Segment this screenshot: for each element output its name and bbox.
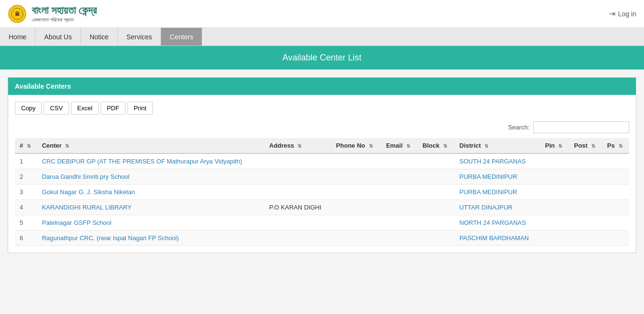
col-header-phone[interactable]: Phone No ⇅: [331, 138, 381, 153]
cell-district: NORTH 24 PARGANAS: [455, 215, 540, 231]
cell-center[interactable]: Patelnagar GSFP School: [37, 215, 264, 231]
sort-icon-post: ⇅: [591, 143, 595, 149]
main-content: Available Centers Copy CSV Excel PDF Pri…: [8, 77, 636, 253]
nav-item-home[interactable]: Home: [0, 28, 35, 46]
col-header-center[interactable]: Center ⇅: [37, 138, 264, 153]
header-title: বাংলা সহায়তা কেন্দ্র একজানালা পরিষেবা প…: [32, 4, 97, 23]
cell-address: [264, 215, 332, 231]
cell-district: PASCHIM BARDHAMAN: [455, 231, 540, 246]
cell-post: [569, 169, 602, 185]
cell-phone: [331, 215, 381, 231]
cell-address: [264, 153, 332, 169]
col-header-ps[interactable]: Ps ⇅: [602, 138, 629, 153]
sort-icon-address: ⇅: [298, 143, 301, 149]
export-buttons: Copy CSV Excel PDF Print: [15, 102, 629, 115]
table-row: 4 KARANDIGHI RURAL LIBRARY P.O KARAN DIG…: [15, 200, 629, 215]
export-csv-button[interactable]: CSV: [44, 102, 69, 115]
cell-block: [418, 215, 455, 231]
cell-pin: [540, 185, 569, 200]
export-excel-button[interactable]: Excel: [71, 102, 99, 115]
cell-num: 3: [15, 185, 37, 200]
nav-item-about[interactable]: About Us: [35, 28, 81, 46]
cell-num: 2: [15, 169, 37, 185]
sort-icon-center: ⇅: [65, 143, 69, 149]
col-header-email[interactable]: Email ⇅: [381, 138, 418, 153]
cell-address: [264, 231, 332, 246]
cell-phone: [331, 231, 381, 246]
cell-phone: [331, 185, 381, 200]
cell-ps: [602, 200, 629, 215]
login-label: Log in: [618, 10, 636, 18]
cell-center[interactable]: Ragunathpur CRC, (near Ispat Nagari FP S…: [37, 231, 264, 246]
search-input[interactable]: [533, 121, 629, 133]
table-row: 1 CRC DEBIPUR GP (AT THE PREMISES OF Mat…: [15, 153, 629, 169]
cell-post: [569, 215, 602, 231]
emblem-icon: 🏛: [8, 4, 27, 23]
table-header: # ⇅ Center ⇅ Address ⇅ Phone No ⇅: [15, 138, 629, 153]
main-nav: Home About Us Notice Services Centers: [0, 28, 644, 46]
card-body: Copy CSV Excel PDF Print Search: # ⇅ Cen…: [8, 95, 636, 253]
nav-item-notice[interactable]: Notice: [81, 28, 118, 46]
sort-icon-block: ⇅: [443, 143, 447, 149]
cell-block: [418, 169, 455, 185]
cell-pin: [540, 231, 569, 246]
cell-center[interactable]: CRC DEBIPUR GP (AT THE PREMISES OF Mathu…: [37, 153, 264, 169]
cell-post: [569, 231, 602, 246]
cell-pin: [540, 200, 569, 215]
cell-block: [418, 200, 455, 215]
cell-block: [418, 231, 455, 246]
cell-email: [381, 215, 418, 231]
nav-item-centers[interactable]: Centers: [161, 28, 202, 46]
col-header-post[interactable]: Post ⇅: [569, 138, 602, 153]
search-bar: Search:: [15, 121, 629, 133]
centers-table: # ⇅ Center ⇅ Address ⇅ Phone No ⇅: [15, 138, 629, 246]
col-header-address[interactable]: Address ⇅: [264, 138, 332, 153]
cell-center[interactable]: Darua Gandhi Smriti.pry School: [37, 169, 264, 185]
sort-icon-phone: ⇅: [369, 143, 373, 149]
cell-district: SOUTH 24 PARGANAS: [455, 153, 540, 169]
cell-num: 1: [15, 153, 37, 169]
cell-address: [264, 185, 332, 200]
cell-post: [569, 153, 602, 169]
cell-district: PURBA MEDINIPUR: [455, 185, 540, 200]
cell-post: [569, 200, 602, 215]
svg-text:🏛: 🏛: [15, 11, 20, 17]
card-header: Available Centers: [8, 78, 636, 95]
cell-num: 4: [15, 200, 37, 215]
sort-icon-district: ⇅: [484, 143, 488, 149]
cell-center[interactable]: Gokul Nagar G. J. Siksha Niketan: [37, 185, 264, 200]
cell-ps: [602, 231, 629, 246]
card-header-label: Available Centers: [15, 82, 71, 90]
cell-ps: [602, 169, 629, 185]
sort-icon-num: ⇅: [27, 143, 31, 149]
cell-email: [381, 153, 418, 169]
header: 🏛 বাংলা সহায়তা কেন্দ্র একজানালা পরিষেবা…: [0, 0, 644, 28]
col-header-block[interactable]: Block ⇅: [418, 138, 455, 153]
col-header-district[interactable]: District ⇅: [455, 138, 540, 153]
cell-address: P.O KARAN DIGHI: [264, 200, 332, 215]
col-header-num[interactable]: # ⇅: [15, 138, 37, 153]
cell-post: [569, 185, 602, 200]
site-title: বাংলা সহায়তা কেন্দ্র: [32, 4, 97, 17]
cell-phone: [331, 200, 381, 215]
cell-email: [381, 169, 418, 185]
cell-email: [381, 200, 418, 215]
sort-icon-email: ⇅: [406, 143, 410, 149]
table-row: 3 Gokul Nagar G. J. Siksha Niketan PURBA…: [15, 185, 629, 200]
site-subtitle: একজানালা পরিষেবা প্রদান: [32, 17, 97, 23]
cell-phone: [331, 153, 381, 169]
cell-phone: [331, 169, 381, 185]
cell-num: 6: [15, 231, 37, 246]
export-copy-button[interactable]: Copy: [15, 102, 42, 115]
cell-center[interactable]: KARANDIGHI RURAL LIBRARY: [37, 200, 264, 215]
cell-email: [381, 185, 418, 200]
page-title-bar: Available Center List: [0, 46, 644, 70]
nav-item-services[interactable]: Services: [118, 28, 161, 46]
export-pdf-button[interactable]: PDF: [101, 102, 126, 115]
login-button[interactable]: ⇥ Log in: [609, 9, 636, 18]
header-left: 🏛 বাংলা সহায়তা কেন্দ্র একজানালা পরিষেবা…: [8, 4, 97, 23]
login-icon: ⇥: [609, 9, 615, 18]
export-print-button[interactable]: Print: [127, 102, 153, 115]
col-header-pin[interactable]: Pin ⇅: [540, 138, 569, 153]
cell-email: [381, 231, 418, 246]
